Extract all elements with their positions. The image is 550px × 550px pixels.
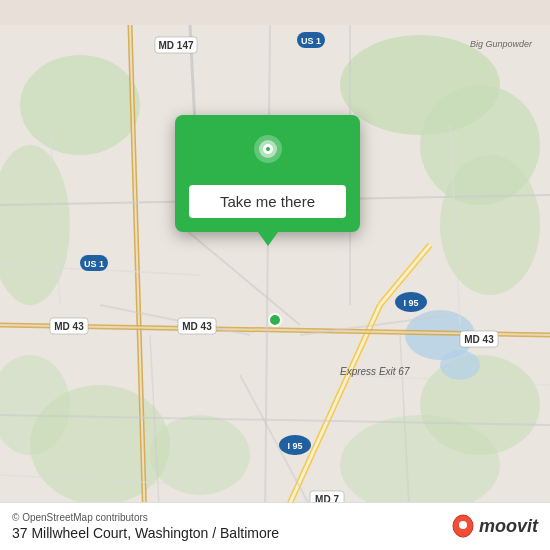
- moovit-text: moovit: [479, 516, 538, 537]
- map-svg: MD 147 US 1 US 1 MD 43 MD 43 MD 43 I 95 …: [0, 0, 550, 550]
- take-me-there-button[interactable]: Take me there: [189, 185, 346, 218]
- svg-text:I 95: I 95: [403, 298, 418, 308]
- popup-card: Take me there: [175, 115, 360, 232]
- svg-text:I 95: I 95: [287, 441, 302, 451]
- svg-text:MD 43: MD 43: [464, 334, 494, 345]
- svg-point-4: [20, 55, 140, 155]
- svg-point-12: [440, 350, 480, 380]
- svg-text:Express Exit 67: Express Exit 67: [340, 366, 410, 377]
- osm-credit: © OpenStreetMap contributors: [12, 512, 279, 523]
- map-container: MD 147 US 1 US 1 MD 43 MD 43 MD 43 I 95 …: [0, 0, 550, 550]
- svg-point-67: [459, 521, 467, 529]
- svg-text:US 1: US 1: [84, 259, 104, 269]
- moovit-pin-icon: [449, 513, 477, 541]
- svg-text:Big Gunpowder: Big Gunpowder: [470, 39, 533, 49]
- address-text: 37 Millwheel Court, Washington / Baltimo…: [12, 525, 279, 541]
- svg-text:MD 43: MD 43: [54, 321, 84, 332]
- location-pin-icon: [246, 131, 290, 175]
- address-section: © OpenStreetMap contributors 37 Millwhee…: [12, 512, 279, 541]
- moovit-logo: moovit: [449, 513, 538, 541]
- svg-text:MD 43: MD 43: [182, 321, 212, 332]
- bottom-bar: © OpenStreetMap contributors 37 Millwhee…: [0, 502, 550, 550]
- svg-point-59: [269, 314, 281, 326]
- svg-text:US 1: US 1: [301, 36, 321, 46]
- svg-point-63: [266, 147, 270, 151]
- svg-text:MD 147: MD 147: [158, 40, 193, 51]
- svg-point-9: [340, 415, 500, 515]
